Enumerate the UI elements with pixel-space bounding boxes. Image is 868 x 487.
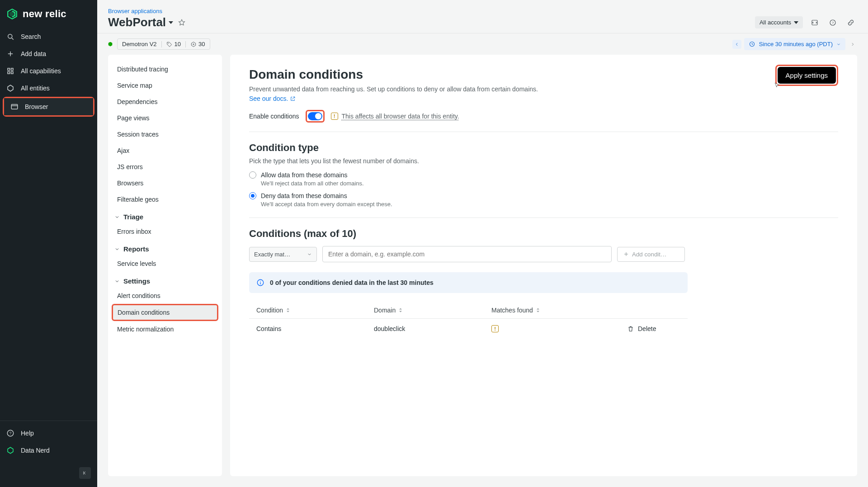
user-hex-icon	[6, 446, 14, 454]
inner-nav-domain-conditions[interactable]: Domain conditions	[112, 304, 218, 321]
time-prev-button[interactable]	[732, 40, 741, 49]
nav-all-entities[interactable]: All entities	[0, 80, 97, 97]
clock-icon	[749, 41, 755, 47]
group-triage[interactable]: Triage	[112, 208, 218, 223]
inner-nav-item[interactable]: Alert conditions	[112, 288, 218, 304]
svg-rect-6	[8, 72, 10, 74]
conditions-heading: Conditions (max of 10)	[249, 228, 838, 240]
tag-icon	[166, 41, 173, 47]
match-type-select[interactable]: Exactly mat…	[249, 247, 317, 262]
inner-nav-item[interactable]: Service map	[112, 77, 218, 94]
docs-link[interactable]: See our docs.	[249, 94, 296, 104]
primary-sidebar: new relic Search Add data All capabiliti…	[0, 0, 97, 487]
svg-rect-7	[11, 72, 14, 74]
nav-label: Help	[21, 430, 34, 437]
enable-toggle-highlight	[306, 110, 325, 123]
time-next-button[interactable]	[848, 40, 857, 49]
inner-nav-item[interactable]: Browsers	[112, 175, 218, 191]
delete-row-button[interactable]: Delete	[627, 325, 695, 332]
inner-nav-item[interactable]: Dependencies	[112, 94, 218, 110]
cursor-icon	[774, 82, 780, 89]
table-row: Contains doubleclick ! Delete	[249, 319, 688, 339]
apply-settings-button[interactable]: Apply settings	[778, 67, 836, 84]
svg-text:?: ?	[9, 431, 12, 435]
health-status-icon	[108, 42, 113, 47]
settings-panel: Domain conditions Prevent unwanted data …	[230, 55, 857, 476]
inner-nav-item[interactable]: Page views	[112, 110, 218, 126]
entity-title-dropdown[interactable]: WebPortal	[108, 15, 173, 29]
chevron-down-icon	[114, 214, 120, 220]
related-chip[interactable]: 30	[190, 41, 205, 47]
radio-allow-help: We'll reject data from all other domains…	[261, 180, 838, 187]
brand-logo[interactable]: new relic	[0, 0, 97, 24]
search-icon	[6, 33, 14, 41]
collapse-icon	[82, 470, 88, 476]
domain-input[interactable]	[322, 246, 612, 262]
browser-icon	[10, 103, 19, 111]
radio-allow[interactable]: Allow data from these domains	[249, 171, 838, 179]
warning-text[interactable]: This affects all browser data for this e…	[342, 113, 459, 120]
chevron-down-icon	[114, 246, 120, 252]
condition-type-sub: Pick the type that lets you list the few…	[249, 156, 838, 166]
time-picker[interactable]: Since 30 minutes ago (PDT)	[744, 38, 845, 50]
radio-label: Deny data from these domains	[261, 192, 347, 199]
table-header: Condition Domain Matches found	[249, 302, 688, 319]
inner-nav-item[interactable]: Metric normalization	[112, 321, 218, 337]
account-picker[interactable]: All accounts	[755, 16, 803, 28]
condition-type-heading: Condition type	[249, 142, 838, 154]
entity-warning: ! This affects all browser data for this…	[331, 113, 459, 120]
banner-text: 0 of your conditions denied data in the …	[270, 279, 434, 286]
nav-browser[interactable]: Browser	[4, 98, 93, 115]
inner-nav-item[interactable]: Service levels	[112, 255, 218, 272]
collapse-sidebar-button[interactable]	[79, 467, 91, 479]
account-label: All accounts	[760, 19, 791, 26]
sort-icon	[536, 307, 540, 313]
inner-nav-item[interactable]: Session traces	[112, 126, 218, 142]
chevron-down-icon	[836, 42, 841, 47]
enable-conditions-toggle[interactable]	[308, 112, 322, 120]
radio-deny[interactable]: Deny data from these domains	[249, 192, 838, 199]
col-domain[interactable]: Domain	[374, 307, 491, 314]
env-name: Demotron V2	[122, 41, 157, 47]
info-banner: 0 of your conditions denied data in the …	[249, 272, 688, 293]
inner-nav-item[interactable]: Filterable geos	[112, 191, 218, 208]
query-builder-button[interactable]	[808, 16, 821, 29]
add-condition-button[interactable]: Add condit…	[617, 247, 685, 262]
svg-point-16	[168, 43, 169, 44]
conditions-table: Condition Domain Matches found Contains …	[249, 302, 688, 339]
grid-icon	[6, 67, 14, 75]
nav-help[interactable]: ? Help	[0, 425, 97, 442]
cell-matches: !	[491, 325, 627, 332]
group-reports[interactable]: Reports	[112, 240, 218, 255]
tags-chip[interactable]: 10	[166, 41, 181, 47]
enable-conditions-label: Enable conditions	[249, 113, 299, 120]
radio-icon	[249, 192, 256, 199]
plus-icon	[623, 251, 629, 257]
sidebar-footer: ? Help Data Nerd	[0, 421, 97, 463]
help-button[interactable]: ?	[826, 16, 839, 29]
inner-nav-item[interactable]: JS errors	[112, 159, 218, 175]
svg-point-22	[260, 281, 261, 282]
inner-nav-item[interactable]: Ajax	[112, 142, 218, 159]
share-link-button[interactable]	[844, 16, 857, 29]
col-matches[interactable]: Matches found	[491, 307, 627, 314]
page-heading: Domain conditions	[249, 67, 538, 82]
nav-user[interactable]: Data Nerd	[0, 442, 97, 459]
nav-add-data[interactable]: Add data	[0, 45, 97, 62]
nav-search[interactable]: Search	[0, 28, 97, 45]
nav-all-capabilities[interactable]: All capabilities	[0, 62, 97, 80]
trash-icon	[627, 325, 634, 332]
time-label: Since 30 minutes ago (PDT)	[759, 41, 833, 47]
help-icon: ?	[6, 429, 14, 437]
inner-nav-item[interactable]: Errors inbox	[112, 223, 218, 240]
breadcrumb-link[interactable]: Browser applications	[108, 8, 162, 14]
favorite-star-icon[interactable]	[178, 19, 186, 27]
nav-label: Data Nerd	[21, 447, 50, 454]
plus-icon	[6, 50, 14, 58]
group-settings[interactable]: Settings	[112, 272, 218, 288]
inner-nav-item[interactable]: Distributed tracing	[112, 61, 218, 77]
col-condition[interactable]: Condition	[256, 307, 374, 314]
entity-meta-chip[interactable]: Demotron V2 10 30	[117, 38, 210, 50]
primary-nav: Search Add data All capabilities All ent…	[0, 24, 97, 120]
nav-label: Search	[21, 33, 41, 40]
